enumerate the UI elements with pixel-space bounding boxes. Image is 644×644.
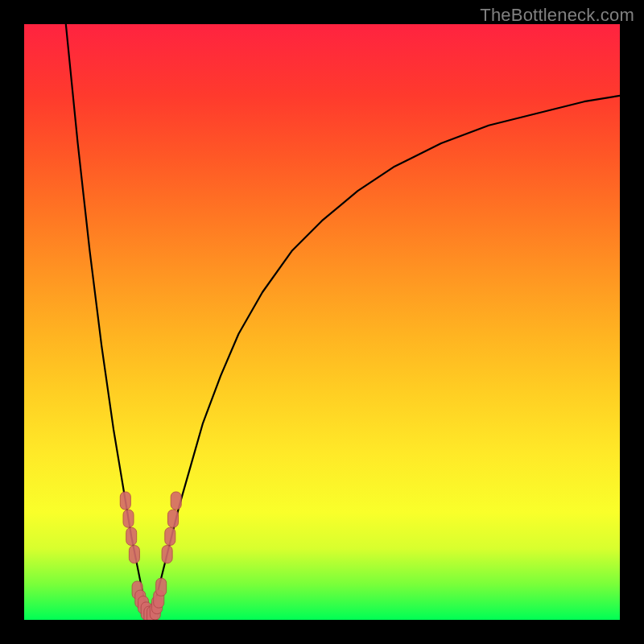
marker-14 <box>162 546 172 564</box>
marker-3 <box>129 546 139 564</box>
data-markers <box>120 492 181 620</box>
watermark-text: TheBottleneck.com <box>480 5 634 26</box>
marker-15 <box>165 527 175 545</box>
curve-right-branch <box>149 96 620 620</box>
chart-frame: TheBottleneck.com <box>0 0 644 644</box>
marker-16 <box>168 510 179 527</box>
marker-13 <box>156 578 167 596</box>
marker-17 <box>171 492 181 510</box>
bottleneck-curve <box>66 24 620 620</box>
plot-area <box>24 24 620 620</box>
marker-0 <box>120 492 130 510</box>
curve-layer <box>24 24 620 620</box>
marker-1 <box>123 510 134 527</box>
marker-2 <box>126 527 137 545</box>
curve-left-branch <box>66 24 150 620</box>
